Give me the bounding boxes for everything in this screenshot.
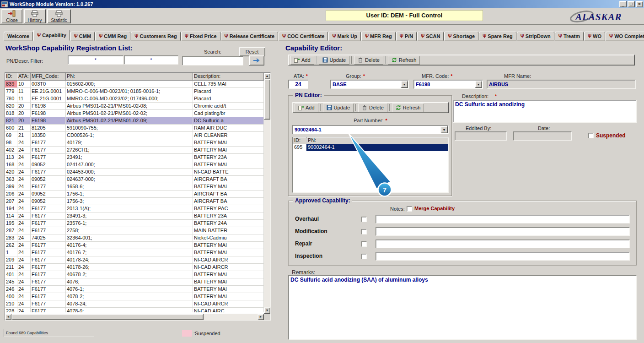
tab-fixed-price[interactable]: ΨFixed Price xyxy=(181,32,220,41)
table-row[interactable]: 20924F617740178-24;NI-CAD AIRCR xyxy=(5,256,264,264)
tab-p-n[interactable]: ΨP/N xyxy=(396,32,417,41)
table-row[interactable]: 692118350CD00526-1;AIR CLEANER xyxy=(5,132,264,139)
column-header-mfr[interactable]: MFR_Code: xyxy=(31,73,66,81)
statistic-button[interactable]: Statistic xyxy=(47,9,71,23)
search-go-button[interactable] xyxy=(249,55,264,65)
pn-filter-input[interactable] xyxy=(68,55,123,65)
tab-stripdown[interactable]: ΨStripDown xyxy=(517,32,554,41)
pn-list-row[interactable]: 695 90002464-1 xyxy=(293,144,448,151)
tab-mfr-reg[interactable]: ΨMFR Reg xyxy=(361,32,396,41)
pn-refresh-button[interactable]: Refresh xyxy=(392,103,424,112)
table-row[interactable]: 19424F61772013-1(A);BATTERY PAC xyxy=(5,205,264,212)
tab-spare-reg[interactable]: ΨSpare Reg xyxy=(479,32,516,41)
tab-coc-certificate[interactable]: ΨCOC Certificate xyxy=(279,32,328,41)
tab-wo[interactable]: ΨWO xyxy=(584,32,605,41)
scroll-down-icon[interactable]: ▼ xyxy=(264,307,270,314)
maximize-icon[interactable]: □ xyxy=(628,1,635,7)
ata-input[interactable] xyxy=(288,80,308,89)
chevron-down-icon[interactable]: ▼ xyxy=(475,81,482,88)
tab-release-certificate[interactable]: ΨRelease Certificate xyxy=(221,32,279,41)
overhaul-checkbox[interactable] xyxy=(361,217,367,222)
close-window-icon[interactable]: ✕ xyxy=(636,1,643,7)
table-row[interactable]: 40024F61774078-2;BATTERY MAI xyxy=(5,293,264,300)
scroll-up-icon[interactable]: ▲ xyxy=(264,73,270,79)
editor-update-button[interactable]: Update xyxy=(319,56,349,65)
table-row[interactable]: 11424F617723491-3;BATTERY 23A xyxy=(5,212,264,220)
table-row[interactable]: 283247402532364-001;Nickel-Cadmiu xyxy=(5,234,264,242)
repair-checkbox[interactable] xyxy=(361,241,367,247)
scroll-right-icon[interactable]: ► xyxy=(258,314,264,320)
table-row[interactable]: 28724F61772758;MAIN BATTER xyxy=(5,227,264,234)
tab-cmm-reg[interactable]: ΨCMM Reg xyxy=(95,32,130,41)
table-row[interactable]: 60021812055910090-755;RAM AIR DUC xyxy=(5,125,264,132)
reset-button[interactable]: Reset xyxy=(239,47,265,56)
table-row[interactable]: 77911EE.21G.0001MMRO-C-006-MD-0023/01; 0… xyxy=(5,88,264,95)
tab-shortage[interactable]: ΨShortage xyxy=(444,32,478,41)
pn-add-button[interactable]: Add xyxy=(295,103,318,112)
editor-refresh-button[interactable]: Refresh xyxy=(388,56,420,65)
remarks-field[interactable]: DC Sulfuric acid anodizing (SAA) of alum… xyxy=(288,275,637,340)
column-header-description[interactable]: Description: xyxy=(193,73,264,81)
table-row[interactable]: 39924F61771658-6;BATTERY MAI xyxy=(5,183,264,191)
suspended-checkbox[interactable] xyxy=(588,133,594,138)
inspection-checkbox[interactable] xyxy=(361,254,367,259)
table-row[interactable]: 82020F6198Airbus PMS01-02-21/PMS01-02-08… xyxy=(5,103,264,110)
table-row[interactable]: 83910003T0015602-000;CELL 735 MAI xyxy=(5,81,264,88)
tab-customers-reg[interactable]: ΨCustomers Reg xyxy=(131,32,180,41)
group-combo[interactable]: BASE ▼ xyxy=(330,80,409,89)
pn-update-button[interactable]: Update xyxy=(323,103,354,112)
table-row[interactable]: 24624F61774076-1;BATTERY MAI xyxy=(5,286,264,293)
inspection-notes-input[interactable] xyxy=(376,252,630,261)
modification-notes-input[interactable] xyxy=(376,227,630,236)
table-row[interactable]: 81820F6198Airbus PMS01-02-21/PMS01-02-02… xyxy=(5,110,264,117)
editor-add-button[interactable]: Add xyxy=(290,56,314,65)
tab-mark-up[interactable]: ΨMark Up xyxy=(328,32,361,41)
tab-wo-completion[interactable]: ΨWO Completion xyxy=(606,32,644,41)
table-row[interactable]: 78011EE.21G.0001MMRO-C-006-MD-0023/02; 0… xyxy=(5,95,264,103)
table-row[interactable]: 82120F6198Airbus PMS01-02-21/PMS01-02-09… xyxy=(5,117,264,125)
description-field[interactable]: DC Sulfuric acid anodizing xyxy=(453,100,637,123)
column-header-id[interactable]: ID: xyxy=(5,73,17,81)
table-row[interactable]: 11324F617723491;BATTERY 23A xyxy=(5,154,264,161)
modification-checkbox[interactable] xyxy=(361,229,367,234)
table-row[interactable]: 24524F61774076;BATTERY MAI xyxy=(5,278,264,286)
column-header-pn[interactable]: PN: xyxy=(66,73,193,81)
tab-capability[interactable]: ΨCapability xyxy=(33,30,70,41)
table-row[interactable]: 20624090521756-1;AIRCRAFT BA xyxy=(5,191,264,198)
chevron-down-icon[interactable]: ▼ xyxy=(401,81,408,88)
table-row[interactable]: 124F617740176-7;BATTERY MAI xyxy=(5,249,264,256)
table-row[interactable]: 21024F61774078-24;NI-CAD AIRCR xyxy=(5,300,264,308)
table-row[interactable]: 9824F617740179;BATTERY MAI xyxy=(5,139,264,147)
table-row[interactable]: 40224F61772726CH1;BATTERY MAI xyxy=(5,147,264,154)
table-row[interactable]: 40124F617740678-2;BATTERY MAI xyxy=(5,271,264,278)
editor-delete-button[interactable]: Delete xyxy=(354,56,383,65)
table-row[interactable]: 1682409052024147-000;BATTERY MAI xyxy=(5,161,264,169)
part-number-combo[interactable]: 90002464-1 ▼ xyxy=(292,125,449,134)
search-input[interactable] xyxy=(182,56,243,65)
vertical-scrollbar[interactable]: ▲ ▼ xyxy=(264,73,270,314)
table-row[interactable]: 20724090521756-3;AIRCRAFT BA xyxy=(5,198,264,205)
tab-treatm[interactable]: ΨTreatm xyxy=(555,32,584,41)
table-row[interactable]: 42024F6177024453-000;NI-CAD BATTE xyxy=(5,169,264,176)
horizontal-scrollbar[interactable]: ◄ ► xyxy=(5,314,264,320)
tab-cmm[interactable]: ΨCMM xyxy=(70,32,95,41)
history-button[interactable]: History xyxy=(24,9,46,23)
pn-delete-button[interactable]: Delete xyxy=(358,103,387,112)
vertical-scroll-thumb[interactable] xyxy=(264,79,270,120)
table-row[interactable]: 21124F617740178-26;NI-CAD AIRCR xyxy=(5,264,264,271)
merge-capability-checkbox[interactable] xyxy=(407,206,412,212)
table-row[interactable]: 3632409052024637-000;AIRCRAFT BA xyxy=(5,176,264,183)
tab-scan[interactable]: ΨSCAN xyxy=(417,32,444,41)
table-row[interactable]: 26224F617740176-4;BATTERY MAI xyxy=(5,242,264,249)
descr-filter-input[interactable] xyxy=(124,55,178,65)
repair-notes-input[interactable] xyxy=(376,240,630,248)
mfr-code-combo[interactable]: F6198 ▼ xyxy=(413,80,483,89)
table-row[interactable]: 19524F617723576-1;BATTERY 24A xyxy=(5,220,264,227)
tab-welcome[interactable]: Welcome xyxy=(4,32,33,41)
table-row[interactable]: 22824F61774078-9;NI-CAD AIRC xyxy=(5,308,264,312)
chevron-down-icon[interactable]: ▼ xyxy=(440,126,448,133)
overhaul-notes-input[interactable] xyxy=(376,215,630,223)
horizontal-scroll-thumb[interactable] xyxy=(11,314,204,320)
minimize-icon[interactable]: _ xyxy=(619,1,627,7)
scroll-left-icon[interactable]: ◄ xyxy=(5,314,11,320)
